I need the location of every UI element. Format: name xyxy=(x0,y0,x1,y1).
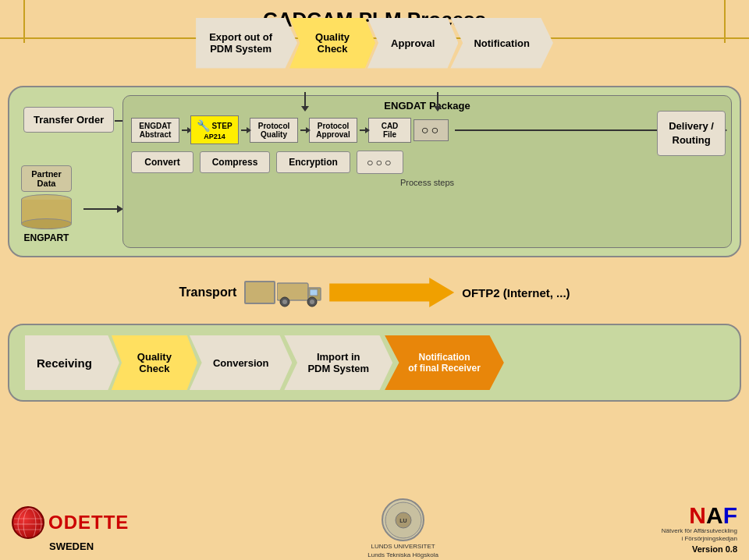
engdat-abstract-box: ENGDATAbstract xyxy=(131,118,179,143)
truck-container xyxy=(244,277,454,308)
conversion-box: Conversion xyxy=(190,335,293,390)
top-flow-section: Export out ofPDM System QualityCheck App… xyxy=(8,8,741,78)
engpart-area: PartnerData ENGPART xyxy=(21,165,72,243)
transport-section: Transport OFTP2 (Internet, ...) xyxy=(8,265,741,320)
svg-text:LU: LU xyxy=(399,518,406,523)
approval-box: Approval xyxy=(367,18,458,69)
box-arrow-4 xyxy=(360,129,366,131)
quality-check-top-label: QualityCheck xyxy=(315,31,350,55)
naf-text: NAF xyxy=(689,504,737,527)
engpart-label: ENGPART xyxy=(21,232,72,243)
convert-box: Convert xyxy=(131,151,193,173)
odette-text: ODETTE xyxy=(48,512,129,533)
svg-point-6 xyxy=(310,299,314,304)
process-steps-section: Convert Compress Encryption ○○○ Process … xyxy=(123,144,731,187)
process-steps-label: Process steps xyxy=(131,178,723,187)
box-arrow-3 xyxy=(300,129,307,131)
cargo-box-icon xyxy=(244,281,275,304)
truck-icon xyxy=(277,277,324,308)
sweden-label: SWEDEN xyxy=(49,541,94,552)
ooo-dots-box: ○○○ xyxy=(357,151,403,174)
transport-label: Transport xyxy=(179,285,236,299)
protocol-approval-box: ProtocolApproval xyxy=(309,118,357,143)
vert-arrows-container xyxy=(0,92,749,108)
engdat-inner: ENGDAT Package ENGDATAbstract 🔧 STEP AP2… xyxy=(122,95,732,248)
svg-point-4 xyxy=(282,299,287,304)
oftp2-label: OFTP2 (Internet, ...) xyxy=(462,286,570,299)
step-ap214-box: 🔧 STEP AP214 xyxy=(190,115,239,144)
approval-label: Approval xyxy=(391,37,435,49)
odette-globe-icon xyxy=(12,506,44,539)
vert-arrow-approval xyxy=(437,92,438,108)
lunds-seal-icon: LU xyxy=(384,501,423,540)
lunds-logo: LU LUNDS UNIVERSITETLunds Tekniska Högsk… xyxy=(367,498,438,559)
svg-rect-2 xyxy=(310,289,318,296)
export-pdm-box: Export out ofPDM System xyxy=(196,18,297,69)
box-arrow-2 xyxy=(241,129,247,131)
version-text: Version 0.8 xyxy=(692,544,737,554)
naf-subtitle: Nätverk för Affärsutvecklingi Försörjnin… xyxy=(662,527,737,544)
lunds-circle-icon: LU xyxy=(382,498,424,541)
naf-logo: NAF Nätverk för Affärsutvecklingi Försör… xyxy=(662,504,737,555)
svg-rect-0 xyxy=(277,283,308,300)
engpart-arrow xyxy=(83,208,119,210)
oo-dots-box: ○○ xyxy=(414,119,449,141)
import-pdm-box: Import inPDM System xyxy=(284,335,392,390)
compress-box: Compress xyxy=(200,151,270,173)
quality-check-top-box: QualityCheck xyxy=(289,18,375,69)
footer: ODETTE SWEDEN LU LUNDS UNIVERSITETLunds … xyxy=(0,498,749,560)
partner-data-box: PartnerData xyxy=(21,165,72,192)
wrench-icon: 🔧 xyxy=(197,119,210,132)
bottom-section: Receiving QualityCheck Conversion Import… xyxy=(8,324,741,402)
transfer-order-label: Transfer Order xyxy=(23,107,114,133)
notification-final-box: Notificationof final Receiver xyxy=(385,335,504,390)
transport-arrow xyxy=(329,278,454,307)
notification-top-label: Notification xyxy=(474,37,530,49)
encryption-box: Encryption xyxy=(276,151,350,173)
protocol-quality-box: ProtocolQuality xyxy=(250,118,298,143)
notification-top-box: Notification xyxy=(450,18,553,69)
cad-file-box: CADFile xyxy=(368,118,411,143)
vert-arrow-qc xyxy=(304,92,306,108)
box-arrow-1 xyxy=(182,129,188,131)
export-pdm-label: Export out ofPDM System xyxy=(209,31,272,55)
receiving-box: Receiving xyxy=(25,335,119,390)
delivery-routing-box: Delivery /Routing xyxy=(657,111,726,156)
footer-center: LU LUNDS UNIVERSITETLunds Tekniska Högsk… xyxy=(144,498,661,559)
engdat-boxes-row: ENGDATAbstract 🔧 STEP AP214 ProtocolQual… xyxy=(123,115,731,144)
odette-logo: ODETTE SWEDEN xyxy=(12,506,129,552)
globe-grid-icon xyxy=(13,508,44,539)
cylinder-icon xyxy=(21,194,72,229)
middle-section: Transfer Order PartnerData ENGPART ENGDA… xyxy=(8,86,741,257)
quality-check-bottom-box: QualityCheck xyxy=(112,335,197,390)
lunds-text: LUNDS UNIVERSITETLunds Tekniska Högskola xyxy=(367,543,438,559)
